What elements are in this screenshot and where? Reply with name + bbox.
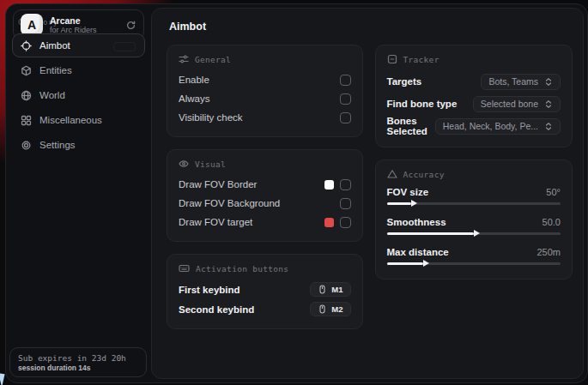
accuracy-card: Accuracy FOV size 50° bbox=[375, 159, 573, 280]
sidebar-item-entities[interactable]: Entities bbox=[12, 58, 145, 82]
card-title: Tracker bbox=[403, 55, 439, 64]
sidebar-menu: Aimbot Entities bbox=[6, 33, 151, 157]
setting-value: 50.0 bbox=[543, 217, 561, 227]
triangle-icon bbox=[387, 169, 397, 179]
general-card: General Enable Always Visibility check bbox=[167, 45, 363, 137]
setting-label: Targets bbox=[387, 76, 422, 87]
chevrons-up-down-icon bbox=[544, 122, 553, 131]
setting-label: Smoothness bbox=[387, 217, 446, 227]
second-keybind-button[interactable]: M2 bbox=[310, 302, 350, 316]
targets-dropdown[interactable]: Bots, Teams bbox=[481, 74, 561, 90]
setting-label: Second keybind bbox=[179, 304, 254, 315]
chevrons-up-down-icon bbox=[544, 77, 553, 87]
fov-border-checkbox[interactable] bbox=[340, 179, 351, 190]
slider-fill bbox=[387, 202, 411, 205]
setting-group-fov-size: FOV size 50° bbox=[387, 185, 561, 208]
setting-label: FOV size bbox=[387, 187, 429, 197]
grid-icon bbox=[21, 115, 32, 126]
slider-fill bbox=[387, 262, 424, 265]
activation-buttons-card: Activation buttons First keybind M1 bbox=[167, 254, 363, 329]
setting-row-targets: Targets Bots, Teams bbox=[387, 70, 561, 93]
always-checkbox[interactable] bbox=[340, 93, 351, 105]
globe-icon bbox=[21, 90, 32, 101]
bones-selected-dropdown[interactable]: Head, Neck, Body, Pe... bbox=[435, 118, 561, 135]
setting-label: Visibility check bbox=[179, 112, 243, 123]
setting-value: 250m bbox=[536, 247, 561, 257]
fov-size-slider[interactable] bbox=[387, 199, 561, 208]
gear-icon bbox=[21, 140, 32, 151]
keyboard-icon bbox=[179, 263, 190, 274]
subscription-info: Sub expires in 23d 20h session duration … bbox=[9, 347, 147, 377]
visibility-check-checkbox[interactable] bbox=[340, 112, 351, 123]
setting-row-find-bone-type: Find bone type Selected bone bbox=[387, 93, 561, 115]
crosshair-icon bbox=[21, 40, 32, 51]
setting-group-max-distance: Max distance 250m bbox=[387, 245, 561, 268]
fov-target-checkbox[interactable] bbox=[340, 217, 351, 228]
dropdown-value: Head, Neck, Body, Pe... bbox=[443, 121, 538, 131]
scan-icon bbox=[387, 54, 397, 64]
mouse-icon bbox=[318, 304, 327, 314]
keybind-hint bbox=[113, 42, 136, 51]
sliders-icon bbox=[179, 54, 189, 64]
setting-label: Find bone type bbox=[387, 99, 458, 109]
setting-label: First keybind bbox=[179, 285, 240, 295]
setting-label: Enable bbox=[179, 75, 209, 85]
page-title: Aimbot bbox=[169, 21, 573, 33]
sidebar-item-miscellaneous[interactable]: Miscellaneous bbox=[12, 108, 145, 132]
setting-label: Draw FOV Background bbox=[179, 198, 280, 208]
setting-row-bones-selected: Bones Selected Head, Neck, Body, Pe... bbox=[387, 115, 561, 137]
setting-row-first-keybind: First keybind M1 bbox=[179, 280, 351, 299]
color-swatch[interactable] bbox=[324, 218, 334, 227]
dropdown-value: Selected bone bbox=[481, 99, 538, 109]
sidebar-item-settings[interactable]: Settings bbox=[12, 133, 145, 157]
app-window: A Arcane for Arc Riders Category bbox=[5, 3, 588, 383]
setting-row-second-keybind: Second keybind M2 bbox=[179, 299, 351, 319]
setting-label: Draw FOV Border bbox=[179, 179, 257, 189]
sidebar-item-label: Entities bbox=[39, 65, 72, 75]
sidebar-item-label: Miscellaneous bbox=[39, 115, 102, 125]
chevrons-up-down-icon bbox=[544, 99, 553, 109]
find-bone-type-dropdown[interactable]: Selected bone bbox=[473, 96, 561, 112]
slider-fill bbox=[387, 232, 474, 235]
setting-row-fov-background: Draw FOV Background bbox=[179, 194, 351, 213]
setting-label: Max distance bbox=[387, 247, 449, 257]
keybind-value: M1 bbox=[331, 285, 342, 294]
sidebar: A Arcane for Arc Riders Category bbox=[6, 4, 151, 382]
setting-label: Draw FOV target bbox=[179, 217, 252, 227]
enable-checkbox[interactable] bbox=[340, 75, 351, 86]
sidebar-item-label: Settings bbox=[39, 140, 76, 150]
setting-row-fov-border: Draw FOV Border bbox=[179, 175, 351, 194]
tracker-card: Tracker Targets Bots, Teams bbox=[375, 45, 573, 147]
setting-label: Bones Selected bbox=[387, 116, 435, 136]
eye-icon bbox=[179, 159, 189, 169]
session-duration-text: session duration 14s bbox=[18, 364, 138, 372]
dropdown-value: Bots, Teams bbox=[488, 76, 538, 87]
first-keybind-button[interactable]: M1 bbox=[310, 282, 350, 297]
card-title: General bbox=[195, 55, 231, 64]
app-title: Arcane bbox=[50, 15, 118, 26]
card-title: Activation buttons bbox=[196, 264, 288, 274]
smoothness-slider[interactable] bbox=[387, 229, 561, 238]
setting-group-smoothness: Smoothness 50.0 bbox=[387, 215, 561, 238]
card-title: Visual bbox=[195, 159, 226, 169]
setting-value: 50° bbox=[546, 187, 561, 197]
setting-label: Always bbox=[179, 93, 209, 104]
refresh-icon[interactable] bbox=[125, 20, 136, 31]
visual-card: Visual Draw FOV Border Draw FOV Backgrou… bbox=[167, 149, 363, 242]
mouse-icon bbox=[318, 285, 327, 294]
max-distance-slider[interactable] bbox=[387, 259, 561, 268]
sidebar-item-aimbot[interactable]: Aimbot bbox=[12, 33, 145, 57]
sidebar-item-label: Aimbot bbox=[39, 40, 70, 51]
keybind-value: M2 bbox=[331, 304, 342, 314]
card-title: Accuracy bbox=[403, 170, 445, 179]
sub-expires-text: Sub expires in 23d 20h bbox=[18, 353, 138, 363]
sidebar-item-world[interactable]: World bbox=[12, 83, 145, 107]
fov-background-checkbox[interactable] bbox=[340, 198, 351, 209]
setting-row-visibility-check: Visibility check bbox=[179, 108, 351, 127]
setting-row-always: Always bbox=[179, 89, 351, 108]
entities-cube-icon bbox=[21, 65, 32, 76]
color-swatch[interactable] bbox=[324, 180, 334, 189]
setting-row-fov-target: Draw FOV target bbox=[179, 213, 351, 232]
setting-row-enable: Enable bbox=[179, 70, 351, 89]
main-panel: Aimbot General bbox=[151, 8, 584, 379]
